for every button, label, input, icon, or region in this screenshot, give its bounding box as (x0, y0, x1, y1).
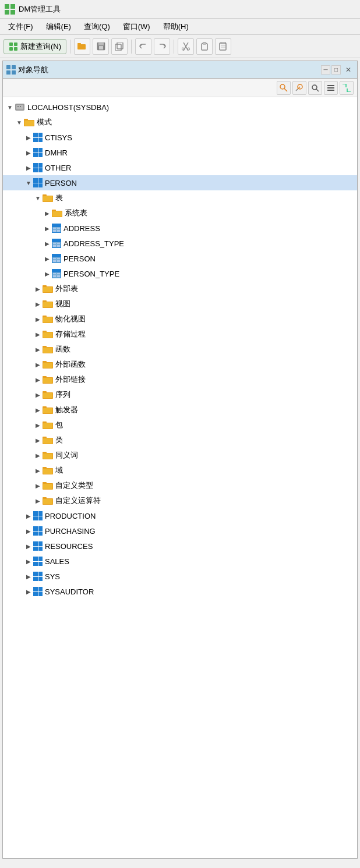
tree-node-domains[interactable]: ▶ 域 (3, 463, 357, 478)
panel-maximize-button[interactable]: □ (331, 65, 341, 75)
expander-custom-ops[interactable]: ▶ (33, 496, 43, 505)
tree-node-functions[interactable]: ▶ 函数 (3, 342, 357, 357)
expander-sales[interactable]: ▶ (24, 557, 33, 566)
tree-node-tables-group[interactable]: ▼ 表 (3, 190, 357, 206)
tree-node-custom-types[interactable]: ▶ 自定义类型 (3, 478, 357, 493)
expander-resources[interactable]: ▶ (24, 541, 33, 551)
expander-dmhr[interactable]: ▶ (24, 148, 33, 157)
clipboard-button[interactable] (215, 38, 231, 55)
table-icon-address-type (52, 239, 61, 248)
tree-node-triggers[interactable]: ▶ 触发器 (3, 402, 357, 417)
tree-node-ctisys[interactable]: ▶ CTISYS (3, 130, 357, 145)
expander-domains[interactable]: ▶ (33, 466, 43, 475)
expander-person-type[interactable]: ▶ (43, 269, 52, 278)
tree-node-person-schema[interactable]: ▼ PERSON (3, 175, 357, 190)
expander-classes[interactable]: ▶ (33, 435, 43, 445)
tree-node-mat-views[interactable]: ▶ 物化视图 (3, 311, 357, 327)
expander-modes[interactable]: ▼ (15, 118, 24, 127)
tree-node-ext-links[interactable]: ▶ 外部链接 (3, 372, 357, 387)
menu-window[interactable]: 窗口(W) (117, 20, 156, 34)
expand-button[interactable] (340, 81, 354, 95)
tree-node-other[interactable]: ▶ OTHER (3, 160, 357, 175)
expander-sys[interactable]: ▶ (24, 572, 33, 581)
expander-ctisys[interactable]: ▶ (24, 133, 33, 142)
expander-ext-functions[interactable]: ▶ (33, 360, 43, 369)
svg-rect-7 (14, 47, 17, 51)
expander-localhost[interactable]: ▼ (5, 102, 15, 112)
expander-stored-procs[interactable]: ▶ (33, 330, 43, 339)
folder-icon-packages (43, 420, 53, 430)
tree-node-sysauditor[interactable]: ▶ SYSAUDITOR (3, 584, 357, 599)
search-button[interactable] (308, 81, 322, 95)
expander-synonyms[interactable]: ▶ (33, 451, 43, 460)
schema-icon-purchasing (33, 526, 43, 536)
save-button[interactable] (93, 38, 109, 55)
expander-sequences[interactable]: ▶ (33, 390, 43, 399)
expander-ext-tables[interactable]: ▶ (33, 284, 43, 293)
tree-node-purchasing[interactable]: ▶ PURCHASING (3, 523, 357, 538)
panel-close-button[interactable]: ✕ (343, 65, 354, 75)
tree-node-person-type[interactable]: ▶ PERSON_TYPE (3, 266, 357, 281)
expander-address[interactable]: ▶ (43, 224, 52, 233)
paste-button[interactable] (196, 38, 213, 55)
expander-purchasing[interactable]: ▶ (24, 526, 33, 536)
cut-button[interactable] (178, 38, 194, 55)
menu-edit[interactable]: 编辑(E) (40, 20, 77, 34)
tree-node-dmhr[interactable]: ▶ DMHR (3, 145, 357, 160)
app-title: DM管理工具 (19, 4, 61, 15)
menu-file[interactable]: 文件(F) (2, 20, 39, 34)
tree-node-address-type[interactable]: ▶ ADDRESS_TYPE (3, 236, 357, 251)
tree-node-classes[interactable]: ▶ 类 (3, 433, 357, 448)
expander-triggers[interactable]: ▶ (33, 405, 43, 414)
filter1-button[interactable] (277, 81, 291, 95)
expander-sys-tables[interactable]: ▶ (43, 208, 52, 218)
expander-other[interactable]: ▶ (24, 163, 33, 172)
tree-node-localhost[interactable]: ▼ LOCALHOST(SYSDBA) (3, 100, 357, 115)
expander-tables-group[interactable]: ▼ (33, 193, 43, 203)
expander-person-schema[interactable]: ▼ (24, 178, 33, 187)
tree-node-views[interactable]: ▶ 视图 (3, 296, 357, 311)
expander-ext-links[interactable]: ▶ (33, 375, 43, 384)
tree-node-ext-functions[interactable]: ▶ 外部函数 (3, 357, 357, 372)
expander-custom-types[interactable]: ▶ (33, 481, 43, 490)
expander-views[interactable]: ▶ (33, 299, 43, 309)
tree-node-custom-ops[interactable]: ▶ 自定义运算符 (3, 493, 357, 508)
svg-rect-4 (9, 42, 13, 46)
copy-button[interactable] (111, 38, 128, 55)
tree-node-sequences[interactable]: ▶ 序列 (3, 387, 357, 402)
redo-button[interactable] (154, 38, 170, 55)
sys-label: SYS (45, 572, 60, 581)
tree-node-sales[interactable]: ▶ SALES (3, 554, 357, 569)
open-button[interactable] (74, 38, 90, 55)
expander-person-table[interactable]: ▶ (43, 254, 52, 263)
expander-mat-views[interactable]: ▶ (33, 314, 43, 324)
tree-node-sys-tables[interactable]: ▶ 系统表 (3, 206, 357, 221)
panel-icon (6, 65, 16, 75)
expander-production[interactable]: ▶ (24, 511, 33, 520)
filter2-button[interactable] (292, 81, 306, 95)
tree-node-production[interactable]: ▶ PRODUCTION (3, 508, 357, 523)
list-button[interactable] (324, 81, 338, 95)
tree-node-packages[interactable]: ▶ 包 (3, 417, 357, 433)
expander-functions[interactable]: ▶ (33, 345, 43, 354)
tree-node-modes[interactable]: ▼ 模式 (3, 115, 357, 130)
expander-packages[interactable]: ▶ (33, 420, 43, 430)
tree-node-synonyms[interactable]: ▶ 同义词 (3, 448, 357, 463)
tree-node-ext-tables[interactable]: ▶ 外部表 (3, 281, 357, 296)
panel-header-left: 对象导航 (6, 65, 48, 75)
svg-rect-5 (14, 42, 17, 46)
tree-node-resources[interactable]: ▶ RESOURCES (3, 538, 357, 554)
tree-node-stored-procs[interactable]: ▶ 存储过程 (3, 327, 357, 342)
tree-node-person-table[interactable]: ▶ PERSON (3, 251, 357, 266)
menu-query[interactable]: 查询(Q) (78, 20, 116, 34)
expander-address-type[interactable]: ▶ (43, 239, 52, 248)
tree-node-address[interactable]: ▶ ADDRESS (3, 221, 357, 236)
svg-point-34 (312, 85, 317, 90)
tree-node-sys[interactable]: ▶ SYS (3, 569, 357, 584)
undo-button[interactable] (135, 38, 151, 55)
menu-help[interactable]: 帮助(H) (157, 20, 195, 34)
panel-minimize-button[interactable]: ─ (321, 65, 330, 75)
expander-sysauditor[interactable]: ▶ (24, 587, 33, 596)
object-tree[interactable]: ▼ LOCALHOST(SYSDBA) ▼ 模式 ▶ (3, 97, 357, 858)
new-query-button[interactable]: 新建查询(N) (3, 39, 66, 54)
